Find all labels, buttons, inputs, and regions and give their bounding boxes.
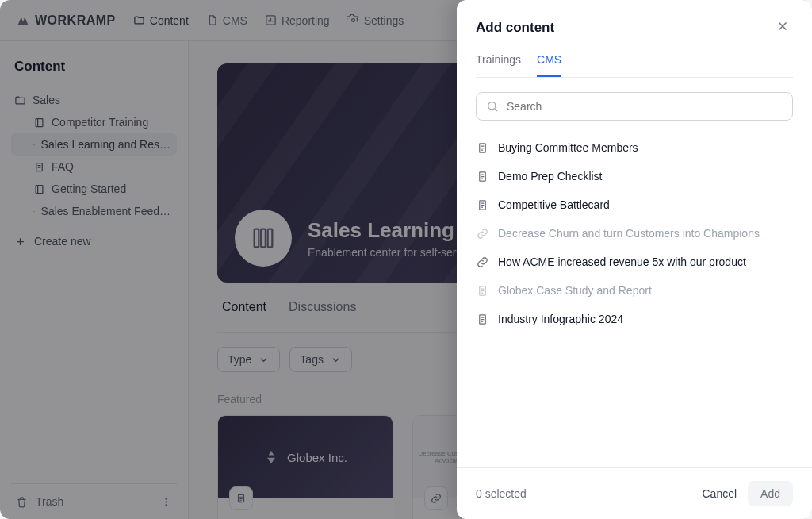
add-content-panel: Add content Trainings CMS Buying Committ…	[457, 0, 812, 519]
link-icon	[476, 256, 488, 268]
content-item-label: Decrease Churn and turn Customers into C…	[498, 227, 760, 240]
document-icon	[476, 142, 488, 154]
content-item-label: Industry Infographic 2024	[498, 313, 623, 325]
content-item-label: Globex Case Study and Report	[498, 284, 652, 297]
content-list: Buying Committee MembersDemo Prep Checkl…	[457, 129, 812, 467]
search-field[interactable]	[476, 92, 793, 121]
content-item[interactable]: Competitive Battlecard	[463, 190, 806, 219]
content-item-label: Demo Prep Checklist	[498, 170, 603, 183]
selected-count: 0 selected	[476, 487, 527, 500]
cancel-button[interactable]: Cancel	[702, 487, 737, 500]
content-item-label: Buying Committee Members	[498, 141, 638, 154]
svg-point-14	[488, 102, 496, 110]
content-item[interactable]: Demo Prep Checklist	[463, 162, 806, 190]
content-item[interactable]: Globex Case Study and Report	[463, 276, 806, 305]
content-item-label: Competitive Battlecard	[498, 198, 610, 211]
document-icon	[476, 199, 488, 211]
search-icon	[486, 100, 499, 113]
close-button[interactable]	[772, 16, 793, 39]
content-item-label: How ACME increased revenue 5x with our p…	[498, 256, 746, 268]
add-button[interactable]: Add	[748, 481, 793, 506]
panel-title: Add content	[476, 20, 554, 36]
content-item[interactable]: Industry Infographic 2024	[463, 305, 806, 333]
document-icon	[476, 313, 488, 325]
content-item[interactable]: Buying Committee Members	[463, 133, 806, 162]
panel-tabs: Trainings CMS	[476, 53, 793, 78]
document-icon	[476, 171, 488, 183]
content-item[interactable]: How ACME increased revenue 5x with our p…	[463, 248, 806, 276]
search-input[interactable]	[507, 100, 783, 113]
document-icon	[476, 285, 488, 297]
content-item[interactable]: Decrease Churn and turn Customers into C…	[463, 219, 806, 248]
close-icon	[776, 19, 790, 33]
panel-tab-trainings[interactable]: Trainings	[476, 53, 521, 77]
panel-tab-cms[interactable]: CMS	[537, 53, 561, 77]
link-icon	[476, 228, 488, 240]
